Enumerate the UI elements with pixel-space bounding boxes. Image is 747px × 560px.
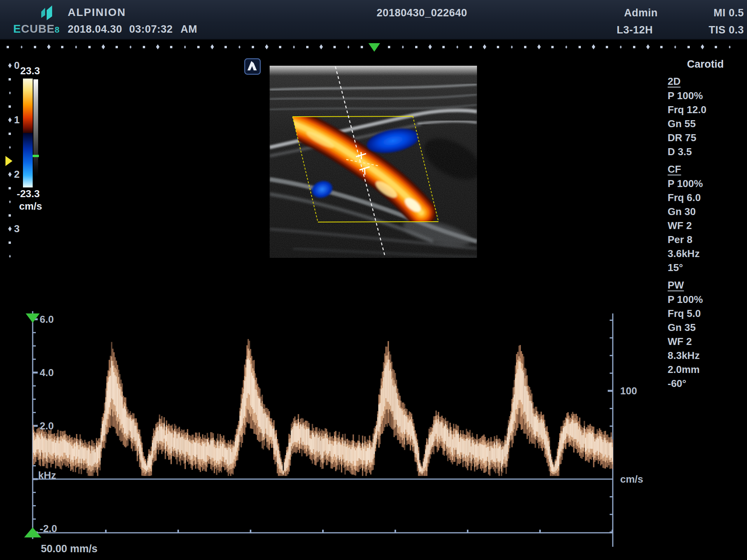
- ruler-major-diamond: [102, 44, 105, 49]
- ruler-mid-mark: [565, 46, 567, 49]
- depth-label: 0: [14, 60, 19, 72]
- ruler-minor-mark: [606, 46, 608, 48]
- ruler-major-diamond: [646, 44, 650, 49]
- parameter-line: -60°: [668, 376, 743, 390]
- imaging-parameters-panel: Carotid 2DP 100%Frq 12.0Gn 55DR 75D 3.5C…: [668, 58, 743, 390]
- exam-time: 03:07:32: [129, 23, 173, 35]
- depth-major-diamond: [8, 63, 12, 68]
- depth-major-diamond: [8, 226, 12, 231]
- logo-cube: CUBE: [21, 23, 54, 35]
- parameter-line: Frq 5.0: [668, 306, 743, 320]
- ruler-mid-mark: [21, 46, 23, 49]
- parameter-sections: 2DP 100%Frq 12.0Gn 55DR 75D 3.5CFP 100%F…: [668, 74, 743, 390]
- operator-name: Admin: [624, 7, 658, 19]
- ruler-major-diamond: [701, 44, 704, 49]
- ruler-mid-mark: [456, 46, 458, 49]
- ruler-mid-mark: [238, 46, 240, 49]
- exam-date: 2018.04.30: [68, 23, 122, 35]
- parameter-line: 15°: [668, 261, 743, 275]
- ruler-minor-mark: [333, 46, 336, 48]
- beam-position-marker: [368, 43, 380, 52]
- parameter-line: WF 2: [668, 219, 743, 233]
- depth-label: 1: [14, 114, 19, 126]
- ruler-major-diamond: [265, 44, 268, 49]
- ruler-major-diamond: [428, 44, 432, 49]
- ruler-minor-mark: [715, 46, 717, 48]
- parameter-line: Frq 6.0: [668, 191, 743, 205]
- axis-label-20: 2.0: [40, 420, 54, 432]
- depth-label: 3: [14, 223, 19, 235]
- ruler-major-diamond: [537, 44, 541, 49]
- ruler-minor-mark: [470, 46, 472, 48]
- depth-minor-mark: [9, 78, 11, 80]
- sweep-marker-bottom: [24, 527, 41, 537]
- parameter-line: 8.3kHz: [668, 348, 743, 362]
- ruler-mid-mark: [130, 46, 132, 49]
- colorbar-warm-half: [23, 79, 33, 133]
- ruler-minor-mark: [633, 46, 635, 48]
- depth-major-diamond: [8, 117, 12, 122]
- ruler-minor-mark: [306, 46, 309, 48]
- ruler-minor-mark: [497, 46, 499, 48]
- ruler-minor-mark: [524, 46, 526, 48]
- section-title-2d: 2D: [668, 74, 743, 89]
- ruler-mid-mark: [347, 46, 349, 49]
- ruler-minor-mark: [170, 46, 172, 48]
- ruler-minor-mark: [34, 46, 36, 48]
- ruler-major-diamond: [592, 44, 595, 49]
- logo-e: E: [13, 23, 21, 35]
- parameter-line: 2.0mm: [668, 362, 743, 376]
- axis-label-20: -2.0: [40, 522, 57, 534]
- ecube-logo-text: ECUBE8: [13, 23, 60, 35]
- parameter-line: WF 2: [668, 334, 743, 348]
- preset-title: Carotid: [668, 58, 743, 70]
- ruler-mid-mark: [729, 46, 731, 49]
- ruler-major-diamond: [156, 44, 160, 49]
- section-title-cf: CF: [668, 162, 743, 177]
- depth-minor-mark: [9, 133, 11, 135]
- ruler-major-diamond: [483, 44, 486, 49]
- parameter-line: Gn 35: [668, 320, 743, 334]
- color-doppler-scalebar: [23, 79, 33, 187]
- header-bar: ECUBE8 ALPINION 2018.04.30 03:07:32 AM 2…: [0, 0, 747, 40]
- ruler-major-diamond: [319, 44, 323, 49]
- ruler-mid-mark: [674, 46, 676, 49]
- depth-mid-mark: [9, 200, 11, 203]
- ruler-minor-mark: [279, 46, 281, 48]
- ruler-minor-mark: [224, 46, 227, 48]
- parameter-line: D 3.5: [668, 145, 743, 159]
- ruler-mid-mark: [184, 46, 186, 49]
- ruler-minor-mark: [388, 46, 390, 48]
- ruler-minor-mark: [442, 46, 445, 48]
- ecube-logo: ECUBE8: [12, 2, 70, 38]
- focus-depth-marker: [5, 156, 12, 166]
- axis-label-kHz: kHz: [38, 469, 56, 481]
- color-scale-max: 23.3: [20, 65, 40, 77]
- ruler-mid-mark: [75, 46, 77, 49]
- bmode-image: [270, 66, 477, 258]
- ruler-mid-mark: [402, 46, 404, 49]
- ruler-minor-mark: [7, 46, 9, 48]
- ultrasound-screen: ECUBE8 ALPINION 2018.04.30 03:07:32 AM 2…: [0, 0, 747, 560]
- mi-value: MI 0.5: [714, 7, 744, 19]
- ruler-minor-mark: [116, 46, 118, 48]
- sweep-marker-top: [26, 313, 40, 323]
- axis-label-cmps: cm/s: [620, 473, 643, 485]
- parameter-line: Gn 55: [668, 117, 743, 131]
- parameter-line: Per 8: [668, 233, 743, 247]
- ruler-minor-mark: [143, 46, 145, 48]
- logo-8: 8: [55, 25, 60, 35]
- colorbar-cool-half: [23, 133, 33, 187]
- ruler-major-diamond: [210, 44, 214, 49]
- depth-minor-mark: [9, 242, 11, 244]
- depth-mid-mark: [9, 146, 11, 149]
- orientation-marker-icon: [244, 58, 261, 75]
- ruler-minor-mark: [551, 46, 554, 48]
- alpinion-logo-icon: [12, 2, 70, 23]
- depth-label: 2: [14, 168, 19, 180]
- axis-label-60: 6.0: [40, 313, 54, 326]
- ruler-minor-mark: [252, 46, 254, 48]
- color-scale-min: -23.3: [17, 188, 40, 200]
- depth-minor-mark: [9, 187, 11, 189]
- axis-label-100: 100: [620, 385, 637, 397]
